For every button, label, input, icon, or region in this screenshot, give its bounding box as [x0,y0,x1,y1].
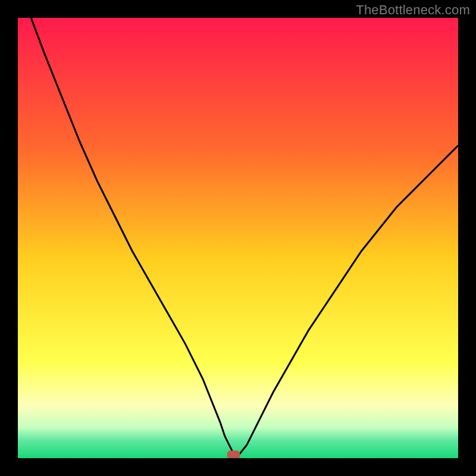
chart-frame: TheBottleneck.com [0,0,476,476]
chart-svg [18,18,458,458]
gradient-background [18,18,458,458]
optimal-point-marker [227,450,240,458]
watermark-text: TheBottleneck.com [356,2,470,18]
plot-area [18,18,458,458]
